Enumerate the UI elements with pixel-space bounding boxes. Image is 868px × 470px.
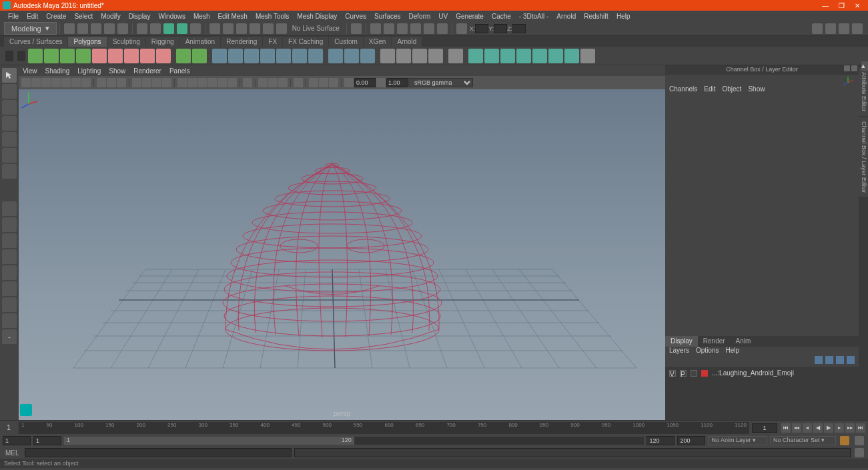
shelf-tab-animation[interactable]: Animation (180, 37, 220, 47)
cb-menu-object[interactable]: Object (723, 85, 742, 95)
rotate-tool[interactable] (2, 132, 17, 147)
panel-layout-2-icon[interactable] (825, 23, 836, 34)
play-back-button[interactable]: ◀ (813, 423, 823, 433)
cb-menu-edit[interactable]: Edit (704, 85, 715, 95)
vp-toggle-4-icon[interactable] (329, 78, 338, 87)
vp-xray-joints-icon[interactable] (197, 78, 207, 87)
layer-type-toggle[interactable] (691, 370, 697, 377)
menu-mesh-display[interactable]: Mesh Display (293, 13, 341, 20)
vp-view-transform-icon[interactable] (278, 78, 288, 87)
layer-new-empty-icon[interactable] (836, 356, 844, 364)
poly-platonic-icon[interactable] (192, 49, 207, 63)
select-object-icon[interactable] (190, 23, 201, 34)
extrude-icon[interactable] (276, 49, 291, 63)
vp-2d-pan-icon[interactable] (51, 78, 61, 87)
create-poly-icon[interactable] (484, 49, 499, 63)
menu-deform[interactable]: Deform (405, 13, 435, 20)
menu-arnold[interactable]: Arnold (552, 13, 580, 20)
lasso-tool[interactable] (2, 84, 17, 99)
layout-single-icon[interactable] (2, 201, 17, 216)
vp-motion-blur-icon[interactable] (218, 78, 227, 87)
vp-res-gate-icon[interactable] (81, 78, 91, 87)
vp-shadows-icon[interactable] (162, 78, 171, 87)
open-scene-icon[interactable] (77, 23, 88, 34)
collapse-icon[interactable] (412, 49, 427, 63)
vp-wireframe-icon[interactable] (107, 78, 116, 87)
mirror-icon[interactable] (380, 49, 395, 63)
select-face-icon[interactable] (177, 23, 187, 34)
menu-display[interactable]: Display (125, 13, 155, 20)
new-scene-icon[interactable] (64, 23, 75, 34)
current-time-field[interactable] (752, 423, 777, 433)
time-slider[interactable]: 1 15010015020025030035040045050055060065… (0, 420, 868, 435)
vp-image-plane-icon[interactable] (41, 78, 51, 87)
panel-layout-1-icon[interactable] (812, 23, 823, 34)
shelf-tab-rigging[interactable]: Rigging (146, 37, 179, 47)
menu-curves[interactable]: Curves (341, 13, 370, 20)
paint-select-tool[interactable] (2, 100, 17, 115)
menu-select[interactable]: Select (70, 13, 97, 20)
separate-icon[interactable] (228, 49, 243, 63)
poly-plane-icon[interactable] (108, 49, 123, 63)
shelf-tab-polygons[interactable]: Polygons (68, 37, 106, 47)
menu-create[interactable]: Create (42, 13, 70, 20)
step-back-button[interactable]: ◂ (803, 423, 812, 433)
menu-redshift[interactable]: Redshift (580, 13, 612, 20)
layer-menu-layers[interactable]: Layers (669, 347, 689, 356)
shelf-left-icon[interactable] (5, 51, 13, 61)
vp-dof-icon[interactable] (243, 78, 252, 87)
undo-icon[interactable] (104, 23, 115, 34)
character-set-dropdown[interactable]: No Character Set ▾ (770, 436, 836, 445)
vp-grid-icon[interactable] (97, 78, 106, 87)
layer-visibility-toggle[interactable]: V (669, 370, 676, 377)
target-weld-icon[interactable] (360, 49, 375, 63)
shelf-tab-custom[interactable]: Custom (329, 37, 362, 47)
vp-ao-icon[interactable] (207, 78, 217, 87)
coord-x-input[interactable] (475, 24, 488, 33)
range-anim-start[interactable] (3, 436, 31, 445)
layout-custom-2-icon[interactable] (2, 297, 17, 312)
render-view-icon[interactable] (410, 23, 421, 34)
ipr-render-icon[interactable] (384, 23, 394, 34)
render-settings-icon[interactable] (397, 23, 408, 34)
snap-view-icon[interactable] (276, 23, 287, 34)
offset-edge-icon[interactable] (516, 49, 531, 63)
poly-sphere-icon[interactable] (28, 49, 43, 63)
poke-icon[interactable] (580, 49, 595, 63)
vp-menu-renderer[interactable]: Renderer (133, 67, 161, 75)
vp-gamma-icon[interactable] (268, 78, 278, 87)
range-play-end[interactable] (646, 436, 675, 445)
autokey-toggle-icon[interactable] (840, 436, 849, 445)
cmd-language-label[interactable]: MEL (3, 449, 22, 457)
menu-edit[interactable]: Edit (23, 13, 42, 20)
menu-generate[interactable]: Generate (452, 13, 488, 20)
go-start-button[interactable]: ⏮ (781, 423, 791, 433)
vp-textured-icon[interactable] (142, 78, 151, 87)
vp-gamma-input[interactable] (386, 78, 408, 87)
shelf-tab-curves-surfaces[interactable]: Curves / Surfaces (4, 37, 67, 47)
vp-gamma-toggle-icon[interactable] (376, 78, 386, 87)
go-end-button[interactable]: ⏭ (856, 423, 865, 433)
vp-grease-icon[interactable] (61, 78, 71, 87)
vp-toggle-3-icon[interactable] (319, 78, 328, 87)
insert-edge-icon[interactable] (500, 49, 515, 63)
layer-move-down-icon[interactable] (825, 356, 833, 364)
range-play-start[interactable] (33, 436, 61, 445)
snap-point-icon[interactable] (236, 23, 247, 34)
layout-two-h-icon[interactable] (2, 233, 17, 248)
scale-tool[interactable] (2, 148, 17, 163)
vp-wireframe-shaded-icon[interactable] (132, 78, 141, 87)
booleans-icon[interactable] (260, 49, 275, 63)
vp-bookmark-icon[interactable] (31, 78, 41, 87)
vp-lights-icon[interactable] (152, 78, 161, 87)
layer-playback-toggle[interactable]: P (680, 370, 687, 377)
merge-icon[interactable] (396, 49, 411, 63)
snap-plane-icon[interactable] (250, 23, 260, 34)
select-tool[interactable] (2, 68, 17, 83)
shelf-tab-fx[interactable]: FX (263, 37, 282, 47)
menu-surfaces[interactable]: Surfaces (370, 13, 404, 20)
layout-three-icon[interactable] (2, 265, 17, 280)
bridge-icon[interactable] (292, 49, 307, 63)
vp-menu-view[interactable]: View (23, 67, 37, 75)
snap-grid-icon[interactable] (209, 23, 220, 34)
